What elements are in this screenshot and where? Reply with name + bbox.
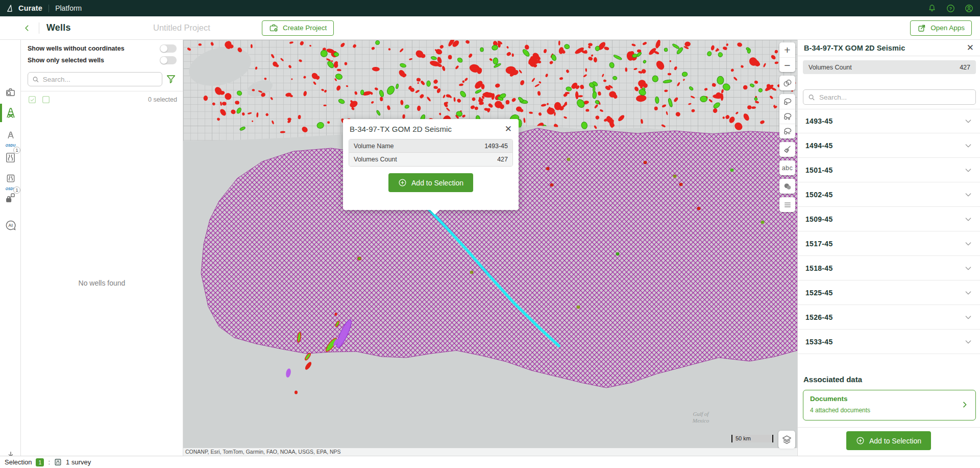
shape-select-button[interactable] bbox=[779, 76, 795, 90]
chevron-down-icon bbox=[964, 191, 972, 199]
volume-row-1502-45[interactable]: 1502-45 bbox=[798, 182, 980, 207]
back-button[interactable] bbox=[19, 20, 35, 36]
clear-selection-button[interactable] bbox=[779, 142, 795, 157]
volume-row-1501-45[interactable]: 1501-45 bbox=[798, 158, 980, 182]
toggle-no-coords-label: Show wells without coordinates bbox=[28, 45, 125, 52]
wells-search-box bbox=[28, 72, 162, 86]
volume-row-1525-45[interactable]: 1525-45 bbox=[798, 280, 980, 305]
volume-row-1517-45[interactable]: 1517-45 bbox=[798, 231, 980, 256]
separator: : bbox=[48, 458, 50, 466]
rail-seismic-button[interactable]: 1 bbox=[0, 147, 21, 168]
rail-project-search-button[interactable] bbox=[0, 82, 21, 102]
documents-card[interactable]: Documents 4 attached documents bbox=[803, 390, 976, 420]
chevron-down-icon bbox=[964, 313, 972, 321]
volumes-search-input[interactable] bbox=[819, 93, 971, 101]
chevron-down-icon bbox=[964, 240, 972, 248]
map-menu-button[interactable] bbox=[779, 197, 795, 212]
map-canvas[interactable] bbox=[183, 40, 797, 456]
lasso-add-button[interactable] bbox=[779, 109, 795, 124]
popup-add-label: Add to Selection bbox=[411, 179, 463, 187]
left-icon-rail: OSDU 1 OSDU 1 AI bbox=[0, 40, 21, 456]
toggle-no-coords-switch[interactable] bbox=[160, 44, 177, 53]
scale-label: 50 km bbox=[736, 435, 751, 441]
volume-row-1533-45[interactable]: 1533-45 bbox=[798, 330, 980, 354]
panel-close-icon[interactable]: ✕ bbox=[967, 43, 974, 52]
open-apps-button[interactable]: Open Apps bbox=[910, 20, 972, 36]
volume-name: 1501-45 bbox=[805, 166, 832, 174]
header-divider bbox=[39, 22, 39, 34]
seismic-osdu-icon bbox=[6, 174, 16, 184]
panel-footer-divider bbox=[798, 427, 980, 428]
toggle-only-selected-switch[interactable] bbox=[160, 56, 177, 64]
search-icon bbox=[808, 93, 815, 101]
select-all-checkbox-icon[interactable] bbox=[28, 95, 37, 104]
filter-funnel-icon[interactable] bbox=[165, 74, 177, 85]
map-scale-bar: 50 km bbox=[731, 435, 773, 442]
survey-count-text[interactable]: 1 survey bbox=[66, 458, 91, 466]
volume-name: 1494-45 bbox=[805, 142, 832, 150]
selection-status-bar: Selection 1 : 1 survey bbox=[0, 456, 980, 468]
help-icon[interactable]: ? bbox=[945, 3, 955, 13]
lasso-search-button[interactable] bbox=[779, 94, 795, 109]
seismic-count-badge: 1 bbox=[13, 147, 20, 154]
plus-circle-icon bbox=[398, 178, 407, 187]
search-icon bbox=[32, 76, 39, 83]
volume-name: 1509-45 bbox=[805, 215, 832, 223]
zoom-out-button[interactable]: − bbox=[779, 57, 795, 72]
wells-panel: Show wells without coordinates Show only… bbox=[21, 40, 183, 456]
seismic-info-popup: B-34-97-TX GOM 2D Seismic ✕ Volume Name … bbox=[343, 119, 519, 210]
briefcase-search-icon bbox=[5, 86, 16, 98]
toggle-only-selected-label: Show only selected wells bbox=[28, 57, 104, 64]
lasso-subtract-button[interactable] bbox=[779, 124, 795, 138]
layers-button[interactable] bbox=[778, 431, 795, 449]
volume-row-1509-45[interactable]: 1509-45 bbox=[798, 207, 980, 231]
zoom-in-button[interactable]: + bbox=[779, 42, 795, 57]
chevron-right-icon bbox=[961, 401, 969, 411]
broom-icon bbox=[782, 145, 792, 154]
brand-platform[interactable]: Platform bbox=[55, 4, 82, 12]
brand-curate[interactable]: Curate bbox=[18, 4, 42, 12]
map-viewport[interactable]: Gulf of Mexico + − bbox=[183, 40, 797, 456]
volume-name: 1533-45 bbox=[805, 338, 832, 346]
user-account-icon[interactable] bbox=[964, 3, 974, 13]
volume-row-1494-45[interactable]: 1494-45 bbox=[798, 133, 980, 158]
volumes-count-row: Volumes Count 427 bbox=[803, 60, 976, 74]
volumes-search-box bbox=[803, 89, 976, 105]
popup-add-to-selection-button[interactable]: Add to Selection bbox=[388, 173, 473, 192]
map-attribution: CONANP, Esri, TomTom, Garmin, FAO, NOAA,… bbox=[183, 448, 797, 456]
create-project-button[interactable]: Create Project bbox=[262, 20, 334, 36]
wells-search-input[interactable] bbox=[43, 76, 158, 83]
create-project-label: Create Project bbox=[283, 24, 327, 32]
selection-count-badge: 1 bbox=[36, 458, 44, 466]
popup-close-icon[interactable]: ✕ bbox=[505, 125, 512, 133]
basemap-button[interactable] bbox=[779, 179, 795, 194]
panel-add-to-selection-button[interactable]: Add to Selection bbox=[846, 431, 931, 450]
rail-wells-button[interactable] bbox=[0, 103, 21, 123]
abc-label: abc bbox=[782, 165, 793, 172]
map-toolbar: + − bbox=[779, 42, 795, 212]
layers-icon bbox=[781, 434, 792, 445]
volume-row-1526-45[interactable]: 1526-45 bbox=[798, 305, 980, 330]
rail-data-locker-button[interactable]: 1 bbox=[0, 187, 21, 207]
svg-text:?: ? bbox=[949, 6, 951, 11]
rail-ai-assistant-button[interactable]: AI bbox=[0, 215, 21, 236]
overlapping-circles-icon bbox=[782, 78, 793, 88]
selection-label: Selection bbox=[5, 458, 32, 466]
rail-seismic-osdu-button[interactable]: OSDU bbox=[0, 169, 21, 189]
deselect-checkbox-icon[interactable] bbox=[41, 95, 51, 104]
documents-card-subtitle: 4 attached documents bbox=[810, 407, 969, 414]
volume-row-1518-45[interactable]: 1518-45 bbox=[798, 256, 980, 280]
volumes-count-label: Volumes Count bbox=[808, 64, 852, 71]
volume-name: 1517-45 bbox=[805, 240, 832, 248]
rail-wells-osdu-button[interactable]: OSDU bbox=[0, 125, 21, 146]
documents-card-title: Documents bbox=[810, 395, 969, 403]
plus-circle-icon bbox=[856, 436, 865, 445]
volume-name: 1526-45 bbox=[805, 313, 832, 321]
project-name[interactable]: Untitled Project bbox=[153, 23, 210, 33]
toggle-row-only-selected: Show only selected wells bbox=[28, 56, 177, 65]
topbar-divider bbox=[48, 5, 49, 12]
attr-label: Volumes Count bbox=[354, 156, 397, 163]
notifications-bell-icon[interactable] bbox=[927, 3, 937, 13]
labels-toggle-button[interactable]: abc bbox=[779, 160, 795, 175]
volume-row-1493-45[interactable]: 1493-45 bbox=[798, 109, 980, 133]
